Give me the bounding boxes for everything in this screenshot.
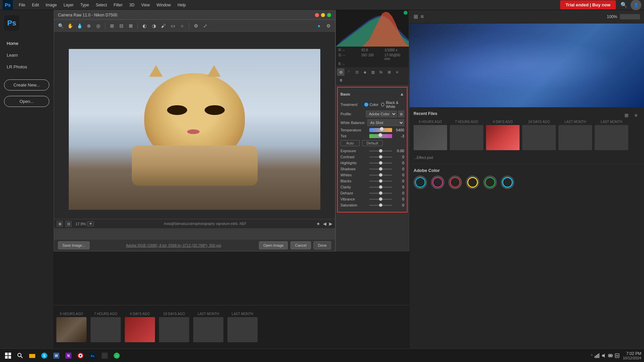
sidebar-item-learn[interactable]: Learn [4,51,49,60]
taskbar-start-btn[interactable] [3,350,13,361]
tab-basic[interactable]: ⊙ [337,68,344,76]
menu-filter[interactable]: Filter [110,1,126,9]
color-circle-4[interactable] [466,176,479,189]
menu-window[interactable]: Window [153,1,174,9]
whites-slider[interactable] [369,175,392,176]
tab-snapshots[interactable]: ≣ [337,76,344,84]
collapse-btn[interactable]: ▲ [400,92,404,97]
tab-hsl[interactable]: ◈ [361,68,369,76]
menu-help[interactable]: Help [174,1,189,9]
highlights-thumb[interactable] [379,161,382,165]
grid-view-btn[interactable]: ⊞ [623,111,631,119]
color-circle-6[interactable] [501,176,514,189]
tab-fx[interactable]: fx [377,68,385,76]
shadows-slider[interactable] [369,169,392,170]
menu-view[interactable]: View [138,1,153,9]
done-button[interactable]: Done [314,241,331,249]
spot-removal-tool[interactable]: ◐ [141,22,149,30]
full-screen[interactable]: ⤢ [201,22,209,30]
color-circle-2[interactable] [431,176,444,189]
thumb-1[interactable] [414,125,447,150]
dehaze-thumb[interactable] [379,191,382,195]
exposure-thumb[interactable] [379,149,382,153]
bottom-thumb-img-6[interactable] [227,317,258,342]
bottom-thumb-img-3[interactable] [125,317,155,342]
settings-btn[interactable]: ⚙ [324,22,332,30]
sidebar-item-lr-photos[interactable]: LR Photos [4,62,49,71]
preferences[interactable]: ⚙ [192,22,200,30]
tab-tone-curve[interactable]: ◜ [345,68,353,76]
window-maximize[interactable] [327,13,331,17]
vibrance-thumb[interactable] [379,197,382,201]
color-circle-5[interactable] [483,176,497,189]
targeted-adj-tool[interactable]: ◎ [94,22,102,30]
exposure-slider[interactable] [369,150,392,152]
tab-presets[interactable]: ≡ [393,68,401,76]
wb-select[interactable]: As Shot [367,119,404,126]
taskbar-onenote[interactable]: N [63,350,74,361]
filmstrip-compare-btn[interactable]: ▤ [65,221,71,227]
bottom-thumb-img-2[interactable] [91,317,121,342]
whites-thumb[interactable] [379,173,382,177]
bottom-thumb-img-4[interactable] [159,317,189,342]
profile-select[interactable]: Adobe Color [366,111,397,117]
tint-slider-thumb[interactable] [378,133,382,137]
vibrance-slider[interactable] [369,199,392,200]
toggle-panel[interactable]: ● [315,22,323,30]
zoom-tool[interactable]: 🔍 [57,22,65,30]
menu-file[interactable]: File [15,1,29,9]
menu-edit[interactable]: Edit [29,1,42,9]
tab-camera-calib[interactable]: ⊞ [385,68,393,76]
zoom-slider-bar[interactable] [620,14,640,19]
thumb-3[interactable] [486,125,520,150]
color-sampler-tool[interactable]: ⊕ [85,22,93,30]
saturation-slider[interactable] [369,205,392,206]
taskbar-word[interactable]: W [51,350,62,361]
taskbar-skype[interactable]: S [39,350,50,361]
bw-option[interactable]: Black & White [381,101,404,109]
open-button[interactable]: Open... [4,96,49,107]
tab-detail[interactable]: ⊡ [353,68,361,76]
radial-filter[interactable]: ○ [178,22,186,30]
account-button[interactable]: 👤 [631,0,641,10]
adjustment-brush[interactable]: 🖌 [159,22,167,30]
highlights-slider[interactable] [369,163,392,164]
next-image[interactable]: ▶ [329,221,332,226]
rating-btn[interactable]: ★ [316,221,320,226]
crop-tool[interactable]: ⊞ [108,22,116,30]
panel-grid-view-btn[interactable]: ⊞ [414,13,418,20]
bottom-thumb-img-1[interactable] [56,317,87,342]
white-balance-tool[interactable]: 💧 [75,22,84,30]
transform-tool[interactable]: ⊠ [127,22,135,30]
save-image-button[interactable]: Save Image... [58,241,90,249]
panel-list-view-btn[interactable]: ≡ [421,14,424,20]
contrast-thumb[interactable] [379,155,382,159]
menu-3d[interactable]: 3D [126,1,138,9]
saturation-thumb[interactable] [379,203,382,207]
blacks-slider[interactable] [369,181,392,182]
contrast-slider[interactable] [369,157,392,158]
color-circle-1[interactable] [414,176,427,189]
red-eye-tool[interactable]: ◑ [150,22,158,30]
tray-arrow[interactable]: ^ [591,354,593,358]
taskbar-search-btn[interactable] [15,350,25,361]
cancel-button[interactable]: Cancel [290,241,311,249]
shadows-thumb[interactable] [379,167,382,171]
taskbar-ps[interactable]: Ps [87,350,98,361]
color-option[interactable]: Color [364,103,378,107]
menu-type[interactable]: Type [77,1,92,9]
menu-image[interactable]: Image [42,1,60,9]
graduated-filter[interactable]: ▭ [169,22,177,30]
zoom-dropdown[interactable]: ▼ [87,221,94,226]
temperature-slider-thumb[interactable] [380,127,384,131]
profile-grid-btn[interactable]: ⊞ [398,111,404,117]
window-close[interactable] [315,13,319,17]
window-minimize[interactable] [321,13,325,17]
straighten-tool[interactable]: ⊟ [117,22,125,30]
tab-split-tone[interactable]: ▥ [369,68,377,76]
open-image-button[interactable]: Open Image [259,241,288,249]
auto-button[interactable]: Auto [340,140,360,146]
hand-tool[interactable]: ✋ [66,22,74,30]
taskbar-unknown[interactable] [99,350,110,361]
prev-image[interactable]: ◀ [323,221,326,226]
